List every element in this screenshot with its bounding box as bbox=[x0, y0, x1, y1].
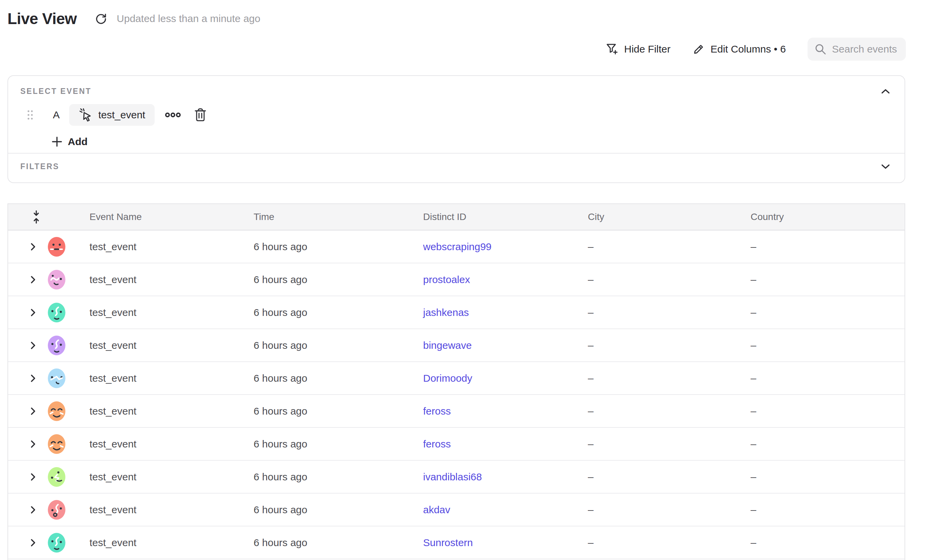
avatar bbox=[48, 302, 66, 323]
chevron-right-icon[interactable] bbox=[30, 243, 37, 251]
time-cell: 6 hours ago bbox=[239, 405, 408, 417]
edit-columns-button[interactable]: Edit Columns • 6 bbox=[692, 43, 786, 55]
city-cell: – bbox=[573, 471, 736, 483]
country-cell: – bbox=[736, 438, 905, 450]
column-header-city: City bbox=[573, 212, 736, 222]
event-more-options-button[interactable] bbox=[165, 112, 181, 118]
row-controls-cell bbox=[8, 526, 75, 558]
collapse-select-event-button[interactable] bbox=[881, 88, 890, 95]
table-row: test_event 6 hours ago jashkenas – – bbox=[8, 296, 905, 329]
edit-columns-label: Edit Columns • 6 bbox=[711, 43, 786, 55]
row-controls-cell bbox=[8, 428, 75, 460]
chevron-right-icon[interactable] bbox=[30, 538, 37, 547]
distinct-id-cell: jashkenas bbox=[408, 307, 573, 318]
table-body: test_event 6 hours ago webscraping99 – – bbox=[8, 231, 905, 559]
row-controls-cell bbox=[8, 296, 75, 328]
avatar bbox=[48, 368, 66, 388]
distinct-id-cell: webscraping99 bbox=[408, 241, 573, 252]
country-cell: – bbox=[736, 372, 905, 384]
filters-section-header: FILTERS bbox=[8, 154, 905, 179]
avatar bbox=[48, 401, 66, 422]
expand-filters-button[interactable] bbox=[881, 163, 890, 169]
hide-filter-button[interactable]: Hide Filter bbox=[605, 42, 671, 56]
avatar bbox=[48, 467, 66, 487]
refresh-button[interactable] bbox=[94, 11, 108, 26]
ellipsis-icon bbox=[165, 112, 181, 118]
row-controls-cell bbox=[8, 395, 75, 427]
city-cell: – bbox=[573, 340, 736, 351]
country-cell: – bbox=[736, 471, 905, 483]
trash-icon bbox=[194, 108, 207, 122]
time-cell: 6 hours ago bbox=[239, 340, 408, 351]
city-cell: – bbox=[573, 241, 736, 252]
table-row: test_event 6 hours ago prostoalex – – bbox=[8, 263, 905, 296]
event-select-button[interactable]: test_event bbox=[69, 104, 155, 126]
updated-status: Updated less than a minute ago bbox=[117, 13, 260, 25]
event-name-cell: test_event bbox=[75, 340, 239, 351]
table-row: test_event 6 hours ago Dorimoody – – bbox=[8, 362, 905, 395]
table-row: test_event 6 hours ago webscraping99 – – bbox=[8, 231, 905, 263]
chevron-right-icon[interactable] bbox=[30, 407, 37, 415]
avatar bbox=[48, 269, 66, 290]
chevron-right-icon[interactable] bbox=[30, 473, 37, 481]
time-cell: 6 hours ago bbox=[239, 537, 408, 548]
toolbar: Hide Filter Edit Columns • 6 bbox=[605, 37, 906, 61]
table-row: test_event 6 hours ago Sunrostern – – bbox=[8, 526, 905, 559]
distinct-id-link[interactable]: Dorimoody bbox=[423, 372, 472, 384]
time-cell: 6 hours ago bbox=[239, 438, 408, 450]
row-controls-cell bbox=[8, 494, 75, 526]
chevron-down-icon bbox=[881, 163, 890, 169]
row-controls-cell bbox=[8, 461, 75, 493]
chevron-right-icon[interactable] bbox=[30, 308, 37, 317]
distinct-id-link[interactable]: bingewave bbox=[423, 340, 471, 351]
avatar bbox=[48, 434, 66, 454]
column-header-event-name: Event Name bbox=[75, 212, 239, 222]
time-cell: 6 hours ago bbox=[239, 241, 408, 252]
chevron-right-icon[interactable] bbox=[30, 374, 37, 382]
distinct-id-link[interactable]: akdav bbox=[423, 504, 450, 515]
select-event-label: SELECT EVENT bbox=[20, 87, 92, 96]
chevron-right-icon[interactable] bbox=[30, 506, 37, 514]
distinct-id-link[interactable]: Sunrostern bbox=[423, 537, 473, 548]
distinct-id-link[interactable]: webscraping99 bbox=[423, 241, 491, 252]
event-letter: A bbox=[53, 109, 60, 121]
table-row: test_event 6 hours ago feross – – bbox=[8, 428, 905, 461]
time-cell: 6 hours ago bbox=[239, 307, 408, 318]
plus-icon bbox=[52, 136, 62, 147]
chevron-right-icon[interactable] bbox=[30, 440, 37, 448]
search-events-box bbox=[808, 38, 906, 61]
distinct-id-link[interactable]: prostoalex bbox=[423, 274, 470, 285]
table-row: test_event 6 hours ago bingewave – – bbox=[8, 329, 905, 362]
distinct-id-link[interactable]: jashkenas bbox=[423, 307, 469, 318]
events-table: Event Name Time Distinct ID City Country bbox=[8, 203, 905, 560]
distinct-id-link[interactable]: ivandiblasi68 bbox=[423, 471, 482, 482]
distinct-id-cell: Dorimoody bbox=[408, 372, 573, 384]
distinct-id-cell: ivandiblasi68 bbox=[408, 471, 573, 483]
add-event-button[interactable]: Add bbox=[52, 136, 88, 148]
pencil-icon bbox=[692, 43, 705, 55]
refresh-icon bbox=[94, 12, 108, 25]
distinct-id-link[interactable]: feross bbox=[423, 405, 451, 417]
country-cell: – bbox=[736, 274, 905, 285]
chevron-right-icon[interactable] bbox=[30, 342, 37, 349]
event-chip-label: test_event bbox=[98, 109, 145, 121]
table-row: test_event 6 hours ago akdav – – bbox=[8, 494, 905, 526]
column-header-country: Country bbox=[736, 212, 905, 222]
distinct-id-link[interactable]: feross bbox=[423, 438, 451, 449]
event-name-cell: test_event bbox=[75, 307, 239, 318]
drag-handle-icon[interactable] bbox=[27, 109, 33, 120]
distinct-id-cell: Sunrostern bbox=[408, 537, 573, 548]
filters-label: FILTERS bbox=[20, 162, 59, 171]
search-events-input[interactable] bbox=[832, 43, 899, 55]
distinct-id-cell: feross bbox=[408, 405, 573, 417]
collapse-rows-icon[interactable] bbox=[32, 210, 41, 224]
chevron-right-icon[interactable] bbox=[30, 275, 37, 284]
table-row: test_event 6 hours ago ivandiblasi68 – – bbox=[8, 461, 905, 494]
row-controls-cell bbox=[8, 231, 75, 263]
distinct-id-cell: prostoalex bbox=[408, 274, 573, 285]
avatar bbox=[48, 237, 66, 257]
table-row: test_event 6 hours ago feross – – bbox=[8, 395, 905, 428]
filter-plus-icon bbox=[605, 42, 619, 56]
time-cell: 6 hours ago bbox=[239, 471, 408, 483]
delete-event-button[interactable] bbox=[194, 108, 207, 122]
